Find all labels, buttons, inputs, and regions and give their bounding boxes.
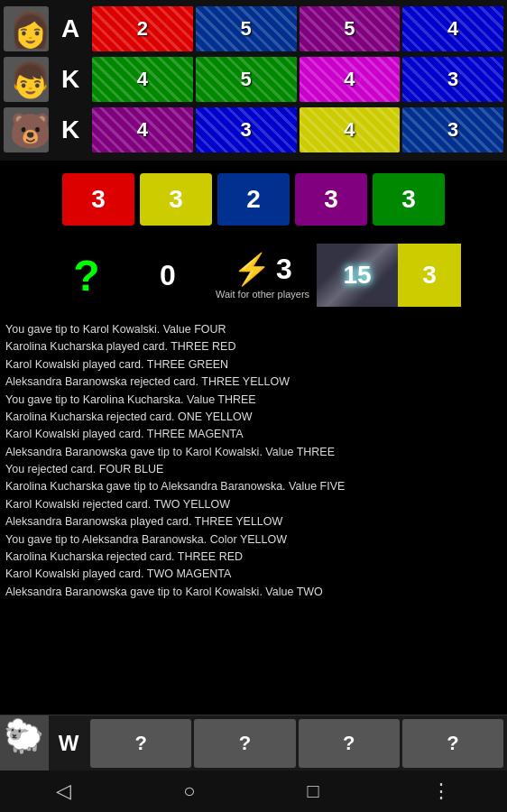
nav-recents-icon[interactable]: □ (308, 780, 319, 803)
player-initial-k2: K (52, 115, 88, 144)
score-box-4: 3 (295, 173, 367, 226)
nav-bar: ◁ ○ □ ⋮ (0, 770, 507, 812)
log-line-13: You gave tip to Aleksandra Baranowska. C… (5, 531, 502, 549)
log-line-14: Karolina Kucharska rejected card. THREE … (5, 549, 502, 566)
yellow-3-box: 3 (398, 244, 461, 307)
log-line-6: Karolina Kucharska rejected card. ONE YE… (5, 409, 502, 426)
log-line-3: Karol Kowalski played card. THREE GREEN (5, 356, 502, 374)
log-line-4: Aleksandra Baranowska rejected card. THR… (5, 374, 502, 391)
card-k1-1[interactable]: 4 (92, 57, 193, 102)
log-line-2: Karolina Kucharska played card. THREE RE… (5, 338, 502, 355)
log-line-5: You gave tip to Karolina Kucharska. Valu… (5, 392, 502, 409)
log-line-7: Karol Kowalski played card. THREE MAGENT… (5, 426, 502, 443)
player-row-a: A 2 5 5 4 (4, 5, 503, 52)
score-box-2: 3 (140, 173, 212, 226)
lightning-icon: ⚡ (233, 251, 271, 287)
card-k2-1[interactable]: 4 (92, 107, 193, 152)
score-box-3: 2 (217, 173, 290, 226)
player-initial-a: A (52, 14, 88, 43)
log-area: You gave tip to Karol Kowalski. Value FO… (0, 312, 507, 604)
actions-row: ? 0 ⚡ 3 Wait for other players 15 3 (0, 238, 507, 312)
question-mark-icon: ? (73, 251, 99, 300)
card-k2-2[interactable]: 3 (196, 107, 297, 152)
card-k2-3[interactable]: 4 (300, 107, 401, 152)
question-action[interactable]: ? (46, 244, 127, 307)
card-grid-k2: 4 3 4 3 (92, 107, 503, 152)
log-line-1: You gave tip to Karol Kowalski. Value FO… (5, 321, 502, 338)
nav-back-icon[interactable]: ◁ (56, 780, 71, 803)
card-k1-4[interactable]: 3 (402, 57, 503, 102)
avatar-a (4, 6, 49, 51)
score-box-5: 3 (373, 173, 445, 226)
score-row: 3 3 2 3 3 (0, 161, 507, 235)
bottom-hand: ? ? ? ? (88, 715, 507, 771)
card-k1-2[interactable]: 5 (196, 57, 297, 102)
yellow-3-value: 3 (422, 261, 437, 290)
card-grid-a: 2 5 5 4 (92, 6, 503, 51)
score-15-value: 15 (343, 261, 371, 290)
bottom-card-3[interactable]: ? (299, 719, 400, 768)
player-row-k2: K 4 3 4 3 (4, 106, 503, 153)
bottom-card-4[interactable]: ? (402, 719, 503, 768)
log-line-12: Aleksandra Baranowska played card. THREE… (5, 513, 502, 531)
zero-value: 0 (160, 259, 176, 292)
zero-action: 0 (127, 244, 208, 307)
card-grid-k1: 4 5 4 3 (92, 57, 503, 102)
log-line-9: You rejected card. FOUR BLUE (5, 461, 502, 478)
players-area: A 2 5 5 4 K 4 5 4 3 K 4 3 4 3 (0, 0, 507, 161)
lightning-action: ⚡ 3 Wait for other players (208, 244, 317, 307)
nav-more-icon[interactable]: ⋮ (431, 780, 451, 803)
card-k2-4[interactable]: 3 (402, 107, 503, 152)
score-15-box: 15 (317, 244, 398, 307)
log-line-15: Karol Kowalski played card. TWO MAGENTA (5, 566, 502, 583)
bottom-card-1[interactable]: ? (90, 719, 191, 768)
card-a-3[interactable]: 5 (300, 6, 401, 51)
log-line-11: Karol Kowalski rejected card. TWO YELLOW (5, 496, 502, 513)
player-row-k1: K 4 5 4 3 (4, 56, 503, 103)
score-box-1: 3 (62, 173, 134, 226)
log-line-8: Aleksandra Baranowska gave tip to Karol … (5, 444, 502, 461)
card-a-4[interactable]: 4 (402, 6, 503, 51)
wait-text: Wait for other players (216, 289, 309, 300)
card-a-1[interactable]: 2 (92, 6, 193, 51)
avatar-k1 (4, 57, 49, 102)
bottom-initial: W (49, 715, 88, 771)
log-line-16: Aleksandra Baranowska gave tip to Karol … (5, 584, 502, 601)
lightning-num: 3 (276, 253, 292, 286)
bottom-card-2[interactable]: ? (194, 719, 295, 768)
avatar-k2 (4, 107, 49, 152)
card-a-2[interactable]: 5 (196, 6, 297, 51)
player-initial-k1: K (52, 65, 88, 94)
bottom-bar: W ? ? ? ? (0, 715, 507, 770)
bottom-avatar (0, 715, 49, 771)
nav-home-icon[interactable]: ○ (183, 780, 195, 803)
log-line-10: Karolina Kucharska gave tip to Aleksandr… (5, 478, 502, 495)
card-k1-3[interactable]: 4 (300, 57, 401, 102)
